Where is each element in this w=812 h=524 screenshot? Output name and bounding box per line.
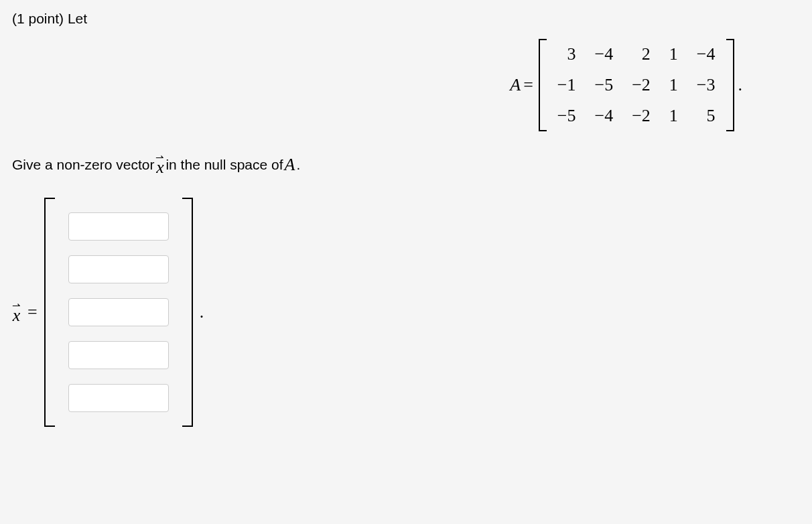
intro-line: (1 point) Let (12, 11, 800, 27)
matrix-cell: −1 (548, 70, 586, 101)
prompt-line: Give a non-zero vector ⇀ x in the null s… (12, 153, 800, 176)
matrix-cell: −4 (585, 39, 622, 70)
matrix-cell: −5 (585, 70, 622, 101)
answer-vector-brackets (44, 195, 193, 430)
answer-equals: = (27, 302, 38, 322)
matrix-cell: 5 (687, 101, 725, 131)
vector-entry-5[interactable] (68, 384, 169, 412)
vector-entry-4[interactable] (68, 341, 169, 369)
matrix-display: A = 3 −4 2 1 −4 −1 −5 −2 1 −3 (12, 39, 800, 131)
prompt-text-after: in the null space of (165, 157, 283, 173)
matrix-cell: −4 (687, 39, 725, 70)
matrix-cell: 1 (660, 39, 687, 70)
matrix-cell: −2 (622, 70, 660, 101)
period: . (738, 75, 743, 95)
answer-x-symbol: ⇀ x (12, 301, 21, 324)
answer-period: . (200, 302, 204, 322)
equals-sign: = (523, 75, 533, 95)
matrix-cell: 1 (660, 101, 687, 131)
points-label: (1 point) (12, 11, 64, 26)
matrix-cell: −2 (622, 101, 660, 131)
vector-entry-3[interactable] (68, 298, 169, 326)
let-label: Let (68, 11, 87, 26)
matrix-cell: −3 (687, 70, 725, 101)
matrix-cell: 2 (622, 39, 660, 70)
prompt-text-before: Give a non-zero vector (12, 157, 154, 173)
prompt-A-symbol: A (285, 155, 295, 175)
answer-area: ⇀ x = . (12, 195, 800, 430)
matrix-cell: −4 (585, 101, 622, 131)
matrix-cell: 1 (660, 70, 687, 101)
vector-x-symbol: ⇀ x (155, 153, 164, 176)
matrix-cell: −5 (548, 101, 586, 131)
matrix-A: 3 −4 2 1 −4 −1 −5 −2 1 −3 −5 −4 −2 (548, 39, 725, 131)
matrix-symbol-A: A (510, 75, 521, 95)
vector-entry-1[interactable] (68, 212, 169, 241)
vector-entry-2[interactable] (68, 255, 169, 283)
matrix-cell: 3 (548, 39, 586, 70)
prompt-end: . (296, 157, 300, 173)
matrix-brackets: 3 −4 2 1 −4 −1 −5 −2 1 −3 −5 −4 −2 (539, 39, 734, 131)
